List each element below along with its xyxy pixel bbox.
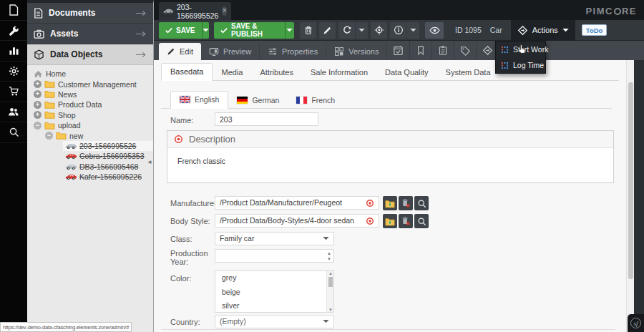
tab-notes[interactable] — [432, 41, 454, 60]
accordion-assets[interactable]: Assets — [27, 24, 153, 44]
accordion-data-objects[interactable]: Data Objects — [27, 44, 153, 65]
tree-item-folder[interactable]: + News — [27, 89, 153, 99]
rail-documents-button[interactable] — [0, 0, 27, 21]
gear-icon — [9, 66, 19, 77]
manufacturer-search-button[interactable] — [414, 196, 429, 210]
tree-item-car[interactable]: DB3-1566995468 — [27, 162, 153, 172]
tab-versions[interactable]: Versions — [326, 43, 387, 60]
color-option[interactable]: grey — [215, 271, 333, 285]
production-year-spinner[interactable]: ▲▼ — [215, 249, 334, 263]
tab-attributes[interactable]: Attributes — [251, 64, 301, 81]
rail-settings-button[interactable] — [0, 62, 27, 82]
content-scrollbar[interactable] — [626, 60, 634, 332]
class-select[interactable]: Family car — [215, 232, 334, 245]
tab-media[interactable]: Media — [213, 64, 251, 81]
body-style-search-button[interactable] — [414, 214, 429, 228]
info-button[interactable] — [390, 22, 406, 39]
tab-lang-german[interactable]: German — [228, 92, 288, 109]
color-multiselect[interactable]: grey beige silver ▲ ▼ — [215, 270, 334, 313]
locate-in-tree-button[interactable] — [371, 22, 387, 39]
manufacturer-open-folder-button[interactable] — [383, 196, 397, 210]
tab-schedule[interactable] — [387, 41, 410, 60]
scrollbar-thumb[interactable] — [628, 82, 633, 279]
manufacturer-field[interactable]: /Product Data/Manufacturer/Peugeot — [215, 196, 379, 210]
tab-properties[interactable]: Properties — [260, 43, 326, 60]
rail-users-button[interactable] — [0, 102, 27, 123]
save-publish-dropdown-caret[interactable] — [285, 22, 294, 39]
panel-collapse-arrow[interactable]: ◄ — [147, 159, 152, 165]
form-divider — [161, 329, 615, 330]
expand-plus-icon[interactable]: + — [34, 101, 42, 109]
color-option[interactable]: silver — [215, 299, 333, 313]
body-style-field[interactable]: /Product Data/Body-Styles/4-door sedan — [215, 214, 379, 228]
close-icon[interactable]: × — [222, 6, 227, 16]
tree-item-car[interactable]: Kafer-1566995226 — [27, 172, 153, 182]
delete-button[interactable] — [300, 22, 316, 39]
tree-item-folder[interactable]: − new — [27, 130, 153, 140]
description-value[interactable]: French classic — [167, 148, 613, 174]
manufacturer-remove-button[interactable] — [399, 196, 413, 210]
edit-content: Basedata Media Attributes Sale Informati… — [154, 60, 626, 332]
reload-dropdown-caret[interactable] — [355, 22, 368, 39]
accordion-documents[interactable]: Documents — [27, 3, 153, 24]
rail-tools-button[interactable] — [0, 21, 27, 42]
tree-item-car-selected[interactable]: 203-1566995526 — [27, 141, 153, 151]
rail-ecommerce-button[interactable] — [0, 82, 27, 102]
check-icon — [165, 27, 172, 34]
folder-icon — [44, 111, 55, 119]
expand-plus-icon[interactable]: + — [34, 90, 42, 98]
collapse-minus-icon[interactable]: − — [45, 132, 53, 140]
scroll-down-icon[interactable]: ▼ — [327, 308, 334, 312]
cart-icon — [9, 86, 19, 97]
scroll-up-icon[interactable]: ▲ — [327, 271, 334, 275]
bookmark-icon — [416, 45, 426, 56]
scrollbar-thumb[interactable] — [328, 277, 333, 287]
rename-button[interactable] — [319, 22, 336, 39]
save-button[interactable]: SAVE — [159, 22, 209, 39]
actions-label: Actions — [532, 26, 558, 34]
name-label: Name: — [170, 116, 213, 125]
tree-item-folder[interactable]: + Product Data — [27, 99, 153, 109]
tab-tags[interactable] — [454, 41, 477, 60]
save-dropdown-caret[interactable] — [202, 22, 210, 39]
symfony-profiler-badge[interactable]: sf — [628, 314, 644, 332]
color-scrollbar[interactable]: ▲ ▼ — [326, 271, 333, 312]
rail-reports-button[interactable] — [0, 41, 27, 62]
tab-lang-english[interactable]: English — [170, 91, 228, 109]
tab-lang-french[interactable]: French — [288, 92, 343, 109]
workflow-status-badge: ToDo — [582, 24, 608, 36]
rail-search-button[interactable] — [0, 122, 27, 143]
workflow-actions-button[interactable]: Actions — [511, 20, 575, 41]
save-publish-button[interactable]: SAVE & PUBLISH — [214, 22, 294, 39]
name-input[interactable] — [215, 112, 318, 126]
tab-system-data[interactable]: System Data — [437, 64, 499, 81]
open-object-tab[interactable]: 203-1566995526 × — [159, 2, 231, 20]
color-option[interactable]: beige — [215, 285, 333, 300]
reload-button[interactable] — [338, 22, 355, 39]
country-select[interactable]: (Empty) — [215, 315, 334, 328]
object-toolbar: SAVE SAVE & PUBLISH ID 1095 Car Actions … — [154, 20, 644, 41]
tree-item-folder[interactable]: + Customer Management — [27, 79, 153, 89]
tab-edit[interactable]: Edit — [159, 43, 201, 60]
navigation-panel: Documents Assets Data Objects Home + Cus… — [27, 0, 154, 332]
tab-sale-information[interactable]: Sale Information — [302, 64, 376, 81]
tree-item-folder[interactable]: + Shop — [27, 110, 153, 120]
tree-item-home[interactable]: Home — [27, 69, 153, 79]
info-dropdown-caret[interactable] — [406, 22, 419, 39]
target-icon — [374, 25, 384, 35]
tab-basedata[interactable]: Basedata — [161, 63, 213, 81]
tab-data-quality[interactable]: Data Quality — [376, 64, 437, 81]
menu-item-log-time[interactable]: Log Time — [496, 57, 545, 73]
collapse-minus-icon[interactable]: − — [34, 122, 42, 130]
tree-item-car[interactable]: Cobra-1566995353 — [27, 151, 153, 161]
tab-preview[interactable]: Preview — [201, 43, 260, 60]
body-style-remove-button[interactable] — [399, 214, 413, 228]
tree-item-folder[interactable]: − upload — [27, 120, 153, 130]
tab-bookmark[interactable] — [410, 41, 432, 60]
expand-plus-icon[interactable]: + — [34, 80, 42, 88]
open-preview-button[interactable] — [425, 22, 444, 39]
uk-flag-icon — [180, 96, 190, 103]
body-style-open-folder-button[interactable] — [383, 214, 397, 228]
expand-plus-icon[interactable]: + — [34, 111, 42, 119]
spinner-arrows-icon[interactable]: ▲▼ — [327, 250, 331, 262]
